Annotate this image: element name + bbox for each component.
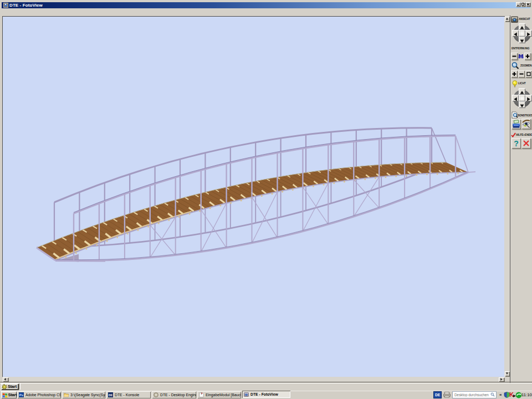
svg-text:Ps: Ps: [19, 393, 24, 397]
svg-text:DE: DE: [109, 393, 113, 397]
